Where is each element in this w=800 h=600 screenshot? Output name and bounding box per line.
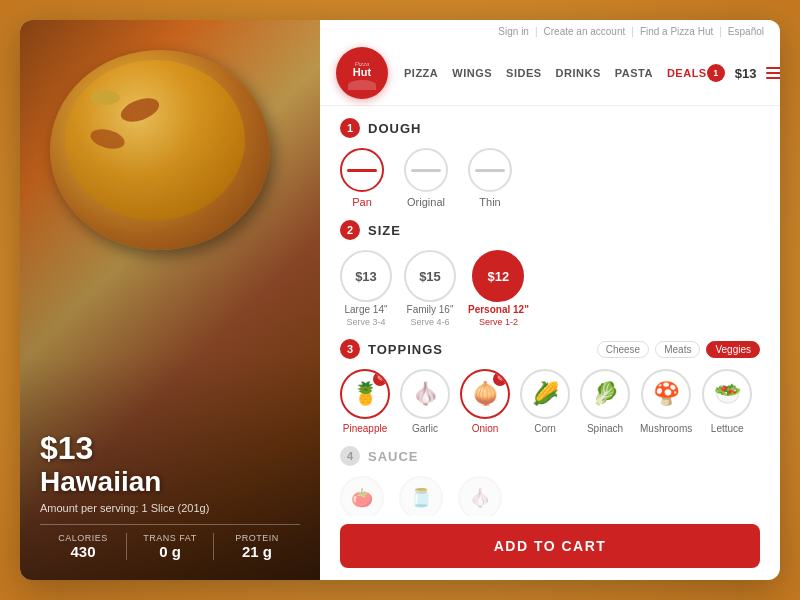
- pencil-icon: ✎: [377, 375, 383, 383]
- toppings-header-left: 3 TOPPINGS: [340, 339, 443, 359]
- topping-spinach-label: Spinach: [587, 423, 623, 434]
- topping-spinach[interactable]: 🥬 Spinach: [580, 369, 630, 434]
- create-account-link[interactable]: Create an account: [544, 26, 626, 37]
- sauce-option-1[interactable]: 🍅: [340, 476, 384, 516]
- topping-filters: Cheese Meats Veggies: [597, 341, 760, 358]
- topping-onion[interactable]: ✎ 🧅 Onion: [460, 369, 510, 434]
- topping-lettuce[interactable]: 🥗 Lettuce: [702, 369, 752, 434]
- nav-sides[interactable]: SIDES: [506, 67, 542, 79]
- right-panel: Sign in | Create an account | Find a Piz…: [320, 20, 780, 580]
- top-links: Sign in | Create an account | Find a Piz…: [336, 20, 764, 41]
- nav-pizza[interactable]: PIZZA: [404, 67, 438, 79]
- filter-cheese[interactable]: Cheese: [597, 341, 649, 358]
- size-family-name: Family 16": [407, 304, 454, 315]
- topping-corn[interactable]: 🌽 Corn: [520, 369, 570, 434]
- topping-garlic-circle: 🧄: [400, 369, 450, 419]
- pizza-price: $13: [40, 430, 300, 467]
- hamburger-line-2: [766, 72, 780, 74]
- add-cart-area: ADD TO CART: [320, 516, 780, 580]
- topping-onion-icon: 🧅: [472, 381, 499, 407]
- dough-original-icon: [411, 169, 441, 172]
- topping-lettuce-label: Lettuce: [711, 423, 744, 434]
- logo: Pizza Hut: [336, 47, 388, 99]
- topping-pineapple-label: Pineapple: [343, 423, 387, 434]
- filter-veggies[interactable]: Veggies: [706, 341, 760, 358]
- topping-garlic-label: Garlic: [412, 423, 438, 434]
- sep3: |: [719, 26, 722, 37]
- filter-meats[interactable]: Meats: [655, 341, 700, 358]
- size-family-price: $15: [419, 269, 441, 284]
- toppings-grid: ✎ 🍍 Pineapple 🧄 Garlic: [340, 369, 760, 434]
- size-large-circle: $13: [340, 250, 392, 302]
- dough-pan[interactable]: Pan: [340, 148, 384, 208]
- signin-link[interactable]: Sign in: [498, 26, 529, 37]
- sauce-header: 4 SAUCE: [340, 446, 760, 466]
- main-card: $13 Hawaiian Amount per serving: 1 Slice…: [20, 20, 780, 580]
- topping-pineapple-icon: 🍍: [352, 381, 379, 407]
- app-container: $13 Hawaiian Amount per serving: 1 Slice…: [0, 0, 800, 600]
- cart-price[interactable]: $13: [735, 66, 757, 81]
- hamburger-line-1: [766, 67, 780, 69]
- topping-onion-label: Onion: [472, 423, 499, 434]
- nav-deals[interactable]: DEALS: [667, 67, 707, 79]
- size-family[interactable]: $15 Family 16" Serve 4-6: [404, 250, 456, 327]
- topping-pineapple[interactable]: ✎ 🍍 Pineapple: [340, 369, 390, 434]
- sep2: |: [631, 26, 634, 37]
- toppings-title: TOPPINGS: [368, 342, 443, 357]
- dough-header: 1 DOUGH: [340, 118, 760, 138]
- size-options: $13 Large 14" Serve 3-4 $15 Family 16" S…: [340, 250, 760, 327]
- size-personal-circle: $12: [472, 250, 524, 302]
- add-to-cart-button[interactable]: ADD TO CART: [340, 524, 760, 568]
- dough-thin-circle: [468, 148, 512, 192]
- sauce-options: 🍅 🫙 🧄: [340, 476, 760, 516]
- size-number: 2: [340, 220, 360, 240]
- nav-wings[interactable]: WINGS: [452, 67, 492, 79]
- size-section: 2 SIZE $13 Large 14" Serve 3-4: [340, 220, 760, 327]
- nav-pasta[interactable]: PASTA: [615, 67, 653, 79]
- nav-links: PIZZA WINGS SIDES DRINKS PASTA DEALS: [404, 67, 707, 79]
- logo-circle: Pizza Hut: [336, 47, 388, 99]
- protein-value: 21 g: [214, 543, 300, 560]
- toppings-section: 3 TOPPINGS Cheese Meats Veggies ✎: [340, 339, 760, 434]
- transfat-label: TRANS FAT: [127, 533, 213, 543]
- content-area: 1 DOUGH Pan: [320, 106, 780, 516]
- topping-spinach-icon: 🥬: [592, 381, 619, 407]
- pencil-icon-2: ✎: [497, 375, 503, 383]
- size-personal[interactable]: $12 Personal 12" Serve 1-2: [468, 250, 529, 327]
- size-personal-serve: Serve 1-2: [479, 317, 518, 327]
- topping-onion-edit: ✎: [493, 372, 507, 386]
- topping-garlic[interactable]: 🧄 Garlic: [400, 369, 450, 434]
- topping-pineapple-circle: ✎ 🍍: [340, 369, 390, 419]
- nutrition-row: CALORIES 430 TRANS FAT 0 g PROTEIN 21 g: [40, 524, 300, 560]
- topping-garlic-icon: 🧄: [412, 381, 439, 407]
- dough-section: 1 DOUGH Pan: [340, 118, 760, 208]
- toppings-header: 3 TOPPINGS Cheese Meats Veggies: [340, 339, 760, 359]
- sauce-icon-1: 🍅: [351, 487, 373, 509]
- protein-label: PROTEIN: [214, 533, 300, 543]
- pizza-name: Hawaiian: [40, 467, 300, 498]
- topping-lettuce-icon: 🥗: [714, 381, 741, 407]
- topping-lettuce-circle: 🥗: [702, 369, 752, 419]
- dough-original[interactable]: Original: [404, 148, 448, 208]
- topping-corn-icon: 🌽: [532, 381, 559, 407]
- find-hut-link[interactable]: Find a Pizza Hut: [640, 26, 713, 37]
- cart-count-badge[interactable]: 1: [707, 64, 725, 82]
- espanol-link[interactable]: Español: [728, 26, 764, 37]
- dough-options: Pan Original Thin: [340, 148, 760, 208]
- dough-title: DOUGH: [368, 121, 421, 136]
- sauce-option-3[interactable]: 🧄: [458, 476, 502, 516]
- topping-onion-circle: ✎ 🧅: [460, 369, 510, 419]
- dough-thin[interactable]: Thin: [468, 148, 512, 208]
- size-header: 2 SIZE: [340, 220, 760, 240]
- calories-value: 430: [40, 543, 126, 560]
- size-personal-name: Personal 12": [468, 304, 529, 315]
- size-large[interactable]: $13 Large 14" Serve 3-4: [340, 250, 392, 327]
- nutrition-calories: CALORIES 430: [40, 533, 127, 560]
- hamburger-menu[interactable]: [766, 67, 780, 79]
- topping-mushrooms[interactable]: 🍄 Mushrooms: [640, 369, 692, 434]
- dough-original-circle: [404, 148, 448, 192]
- nav-drinks[interactable]: DRINKS: [556, 67, 601, 79]
- dough-pan-icon: [347, 169, 377, 172]
- sauce-option-2[interactable]: 🫙: [399, 476, 443, 516]
- size-title: SIZE: [368, 223, 401, 238]
